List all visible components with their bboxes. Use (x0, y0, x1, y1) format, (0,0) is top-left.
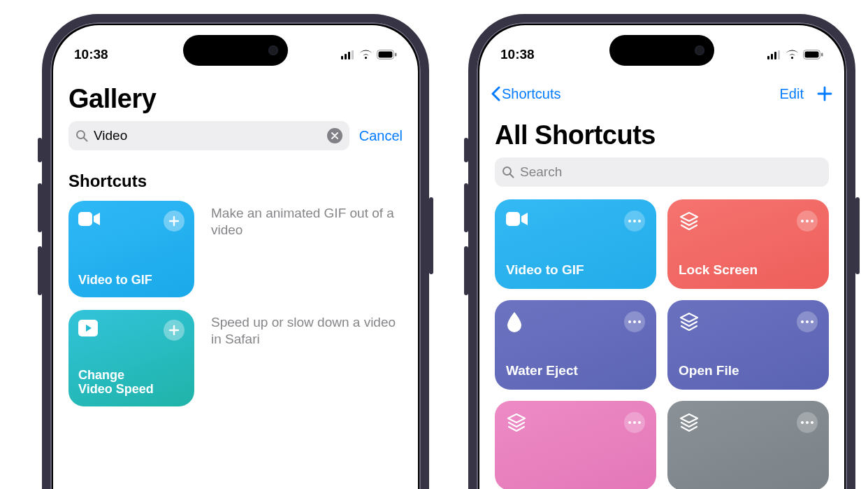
shortcut-card[interactable] (495, 401, 656, 489)
shortcut-card[interactable]: Video to GIF (495, 199, 656, 289)
svg-rect-16 (805, 52, 819, 58)
wifi-icon (786, 50, 799, 59)
more-button[interactable] (797, 412, 818, 433)
battery-icon (803, 50, 823, 59)
search-field[interactable]: Search (495, 157, 829, 187)
svg-rect-12 (771, 54, 773, 59)
svg-rect-9 (78, 212, 92, 226)
add-shortcut-button[interactable] (164, 320, 185, 341)
video-icon (78, 211, 101, 227)
edit-button[interactable]: Edit (780, 86, 804, 102)
page-title: All Shortcuts (495, 120, 829, 150)
svg-line-8 (84, 138, 87, 141)
stack-icon (506, 412, 527, 433)
search-field[interactable]: Video (68, 121, 349, 150)
shortcut-card[interactable]: Open File (667, 300, 829, 390)
more-button[interactable] (797, 311, 818, 332)
shortcut-card[interactable] (667, 401, 829, 489)
more-button[interactable] (797, 211, 818, 232)
search-placeholder: Search (520, 164, 822, 180)
phone-frame-left: 10:38 Gallery Video (42, 14, 429, 489)
tile-label: Change Video Speed (78, 368, 185, 397)
svg-rect-20 (506, 212, 520, 226)
svg-rect-17 (821, 53, 823, 57)
shortcut-tile[interactable]: Video to GIF (68, 201, 194, 297)
add-shortcut-button[interactable] (164, 211, 185, 232)
tile-label: Video to GIF (78, 273, 185, 288)
svg-rect-14 (778, 50, 780, 59)
chevron-left-icon (491, 86, 500, 101)
page-title: Gallery (68, 84, 403, 114)
more-button[interactable] (624, 211, 645, 232)
wifi-icon (359, 50, 372, 59)
card-label: Water Eject (506, 363, 645, 378)
svg-rect-0 (341, 56, 343, 59)
back-label: Shortcuts (502, 86, 560, 102)
stack-icon (679, 412, 700, 433)
battery-icon (377, 50, 397, 59)
gallery-row: Video to GIFMake an animated GIF out of … (68, 201, 403, 297)
stack-icon (679, 311, 700, 332)
dynamic-island (609, 35, 714, 66)
cellular-icon (767, 50, 781, 59)
phone-frame-right: 10:38 Shortcuts Edit All Shortcuts (468, 14, 855, 489)
clear-search-button[interactable] (327, 128, 342, 143)
tile-description: Make an animated GIF out of a video (211, 201, 403, 239)
stack-icon (679, 211, 700, 232)
svg-rect-1 (345, 54, 347, 59)
shortcut-card[interactable]: Water Eject (495, 300, 656, 390)
svg-rect-2 (348, 52, 350, 59)
dynamic-island (183, 35, 288, 66)
back-button[interactable]: Shortcuts (491, 86, 560, 102)
tile-description: Speed up or slow down a video in Safari (211, 310, 403, 348)
svg-rect-5 (379, 52, 393, 58)
card-label: Video to GIF (506, 262, 645, 278)
svg-rect-6 (395, 53, 397, 57)
section-heading: Shortcuts (68, 171, 403, 191)
search-icon (75, 129, 88, 142)
add-button[interactable] (816, 85, 833, 102)
more-button[interactable] (624, 311, 645, 332)
card-label: Open File (679, 363, 818, 378)
status-time: 10:38 (74, 47, 108, 62)
drop-icon (506, 311, 523, 332)
svg-rect-11 (767, 56, 769, 59)
video-icon (506, 211, 528, 227)
search-icon (502, 166, 514, 178)
card-label: Lock Screen (679, 262, 818, 278)
gallery-row: Change Video SpeedSpeed up or slow down … (68, 310, 403, 406)
shortcut-tile[interactable]: Change Video Speed (68, 310, 194, 406)
svg-rect-13 (774, 52, 776, 59)
search-value: Video (94, 128, 321, 143)
status-time: 10:38 (500, 47, 535, 62)
cellular-icon (341, 50, 355, 59)
more-button[interactable] (624, 412, 645, 433)
play-icon (78, 320, 98, 336)
shortcut-card[interactable]: Lock Screen (667, 199, 829, 289)
svg-rect-3 (352, 50, 354, 59)
nav-bar: Shortcuts Edit (479, 77, 844, 111)
cancel-button[interactable]: Cancel (359, 128, 403, 144)
svg-line-19 (510, 174, 514, 178)
